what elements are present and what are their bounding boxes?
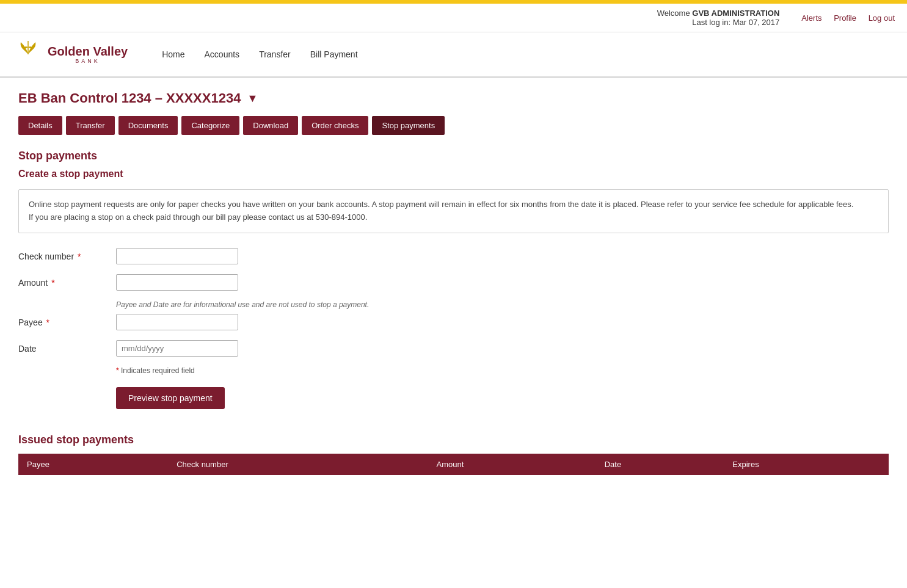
payee-date-hint: Payee and Date are for informational use…	[116, 300, 889, 309]
nav-accounts[interactable]: Accounts	[195, 45, 250, 64]
logo: Golden Valley BANK	[12, 38, 128, 70]
col-payee: Payee	[18, 454, 168, 475]
main-content: EB Ban Control 1234 – XXXXX1234 ▼ Detail…	[0, 78, 907, 487]
btn-categorize[interactable]: Categorize	[181, 116, 239, 135]
col-check-number: Check number	[168, 454, 428, 475]
nav-transfer[interactable]: Transfer	[249, 45, 301, 64]
action-buttons: Details Transfer Documents Categorize Do…	[18, 116, 889, 135]
welcome-text: Welcome	[657, 9, 690, 18]
preview-stop-payment-button[interactable]: Preview stop payment	[116, 387, 225, 409]
btn-transfer[interactable]: Transfer	[66, 116, 115, 135]
nav-home[interactable]: Home	[152, 45, 194, 64]
stop-payments-heading: Stop payments	[18, 150, 889, 162]
info-line2: If you are placing a stop on a check pai…	[29, 211, 878, 224]
logo-name: Golden Valley	[48, 45, 128, 58]
logout-link[interactable]: Log out	[869, 13, 895, 23]
header-links: Alerts Profile Log out	[792, 13, 895, 23]
header-bar: Welcome GVB ADMINISTRATION Last log in: …	[0, 4, 907, 32]
btn-documents[interactable]: Documents	[118, 116, 178, 135]
issued-stop-payments-section: Issued stop payments Payee Check number …	[18, 434, 889, 475]
col-date: Date	[596, 454, 724, 475]
payee-label: Payee *	[18, 314, 116, 327]
payee-row: Payee *	[18, 314, 889, 330]
check-number-row: Check number *	[18, 248, 889, 264]
col-expires: Expires	[724, 454, 889, 475]
info-line1: Online stop payment requests are only fo…	[29, 198, 878, 211]
welcome-info: Welcome GVB ADMINISTRATION Last log in: …	[657, 9, 780, 27]
account-title: EB Ban Control 1234 – XXXXX1234 ▼	[18, 90, 889, 106]
last-login-date: Mar 07, 2017	[733, 18, 780, 27]
btn-order-checks[interactable]: Order checks	[302, 116, 368, 135]
btn-download[interactable]: Download	[243, 116, 298, 135]
main-nav: Home Accounts Transfer Bill Payment	[152, 45, 367, 64]
check-required-star: *	[78, 252, 81, 261]
stop-payment-form: Check number * Amount * Payee and Date a…	[18, 248, 889, 409]
col-amount: Amount	[428, 454, 596, 475]
logo-icon	[12, 38, 44, 70]
date-label: Date	[18, 340, 116, 354]
payee-input[interactable]	[116, 314, 238, 330]
create-stop-payment-heading: Create a stop payment	[18, 169, 889, 180]
nav-bill-payment[interactable]: Bill Payment	[301, 45, 368, 64]
required-note: * Indicates required field	[116, 366, 889, 375]
amount-required-star: *	[51, 278, 54, 288]
profile-link[interactable]: Profile	[834, 13, 856, 23]
amount-label: Amount *	[18, 274, 116, 288]
date-input[interactable]	[116, 340, 238, 357]
btn-stop-payments[interactable]: Stop payments	[372, 116, 445, 135]
payee-required-star: *	[46, 318, 49, 327]
account-dropdown-icon[interactable]: ▼	[247, 92, 258, 105]
issued-heading: Issued stop payments	[18, 434, 889, 446]
alerts-link[interactable]: Alerts	[801, 13, 821, 23]
last-login-label: Last log in:	[692, 18, 730, 27]
required-note-text: Indicates required field	[121, 366, 195, 375]
check-number-input[interactable]	[116, 248, 238, 264]
issued-stop-payments-table: Payee Check number Amount Date Expires	[18, 454, 889, 475]
amount-input[interactable]	[116, 274, 238, 291]
amount-row: Amount *	[18, 274, 889, 291]
date-row: Date	[18, 340, 889, 357]
user-name: GVB ADMINISTRATION	[692, 9, 779, 18]
logo-sub: BANK	[48, 58, 128, 64]
check-number-label: Check number *	[18, 248, 116, 261]
info-box: Online stop payment requests are only fo…	[18, 189, 889, 233]
table-header: Payee Check number Amount Date Expires	[18, 454, 889, 475]
logo-nav: Golden Valley BANK Home Accounts Transfe…	[0, 32, 907, 78]
account-name: EB Ban Control 1234 – XXXXX1234	[18, 90, 241, 106]
btn-details[interactable]: Details	[18, 116, 62, 135]
